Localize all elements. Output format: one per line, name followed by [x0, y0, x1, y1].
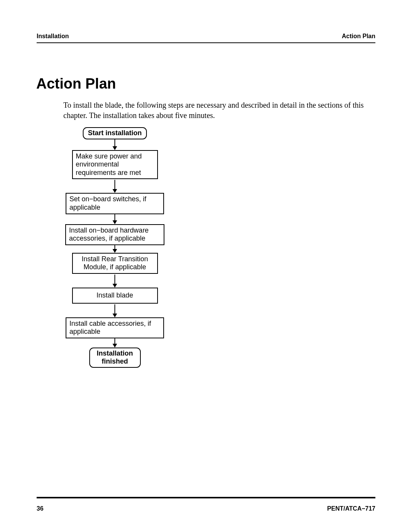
arrow-shaft — [114, 275, 115, 284]
arrow-shaft — [114, 214, 115, 220]
arrow-head-icon — [113, 249, 117, 253]
flow-step-requirements: Make sure power and environmental requir… — [72, 150, 158, 179]
page-number: 36 — [37, 505, 43, 512]
arrow-head-icon — [113, 344, 117, 348]
arrow-icon — [113, 139, 117, 150]
flow-step-switches: Set on−board switches, if applicable — [66, 193, 164, 214]
flow-step-cable: Install cable accessories, if applicable — [66, 317, 164, 338]
arrow-icon — [113, 214, 117, 224]
arrow-shaft — [114, 180, 115, 189]
footer-rule — [37, 497, 375, 498]
flow-end: Installation finished — [89, 348, 141, 368]
page: Installation Action Plan Action Plan To … — [0, 0, 412, 532]
flow-step-rtm: Install Rear Transition Module, if appli… — [72, 253, 158, 274]
header-rule — [37, 42, 375, 43]
arrow-icon — [113, 180, 117, 193]
page-title: Action Plan — [36, 76, 116, 92]
flow-step-blade: Install blade — [72, 288, 158, 304]
arrow-head-icon — [113, 189, 117, 193]
intro-paragraph: To install the blade, the following step… — [63, 100, 375, 121]
page-footer: 36 PENT/ATCA−717 — [37, 505, 375, 512]
arrow-icon — [113, 275, 117, 288]
arrow-head-icon — [113, 314, 117, 317]
page-header: Installation Action Plan — [37, 33, 375, 40]
header-right: Action Plan — [342, 33, 375, 40]
arrow-icon — [113, 245, 117, 253]
flowchart: Start installation Make sure power and e… — [63, 127, 166, 368]
arrow-shaft — [114, 139, 115, 146]
arrow-icon — [113, 304, 117, 317]
arrow-head-icon — [113, 220, 117, 224]
flow-start: Start installation — [83, 127, 146, 139]
doc-id: PENT/ATCA−717 — [327, 505, 375, 512]
arrow-icon — [113, 338, 117, 348]
flow-step-hardware: Install on−board hardware accessories, i… — [65, 224, 164, 245]
header-left: Installation — [37, 33, 69, 40]
arrow-shaft — [114, 338, 115, 344]
arrow-shaft — [114, 304, 115, 314]
arrow-head-icon — [113, 284, 117, 288]
arrow-head-icon — [113, 146, 117, 150]
arrow-shaft — [114, 245, 115, 249]
